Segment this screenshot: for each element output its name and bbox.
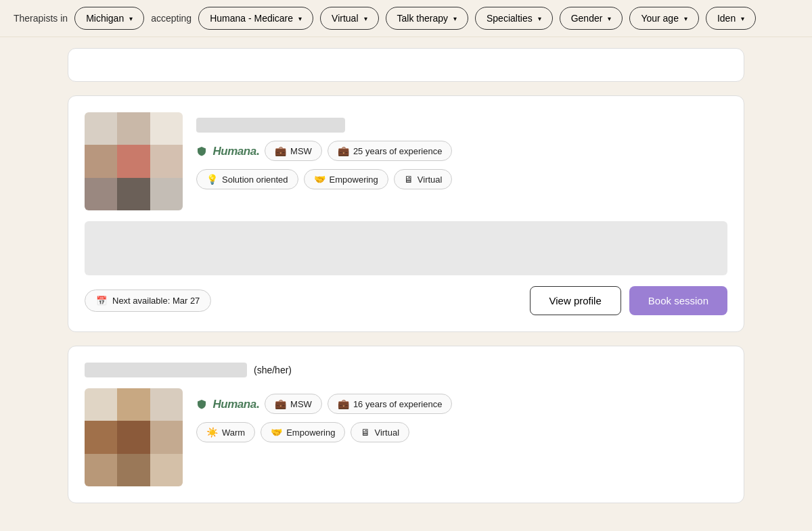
iden-label: Iden <box>717 13 736 24</box>
virtual-tag-1: 🖥 Virtual <box>394 169 453 189</box>
msw-label-2: MSW <box>290 399 312 409</box>
warm-label: Warm <box>222 428 245 438</box>
book-session-button-1[interactable]: Book session <box>629 286 727 315</box>
empowering-tag-1: 🤝 Empowering <box>304 169 388 189</box>
view-profile-button-1[interactable]: View profile <box>530 286 621 315</box>
gender-chevron-icon: ▾ <box>608 15 611 22</box>
experience-label-2: 16 years of experience <box>353 399 443 409</box>
avatar-cell <box>150 421 183 453</box>
talk-therapy-filter[interactable]: Talk therapy ▾ <box>386 7 468 30</box>
avatar-1 <box>85 112 183 210</box>
avatar-cell <box>85 421 117 453</box>
insurance-label: Humana - Medicare <box>210 13 293 24</box>
avatar-cell <box>117 178 150 210</box>
card-1-top: Humana. 💼 MSW 💼 25 years of experience 💡 <box>85 112 727 210</box>
gender-filter[interactable]: Gender ▾ <box>560 7 623 30</box>
gender-label: Gender <box>571 13 603 24</box>
handshake-icon: 🤝 <box>314 174 325 185</box>
avatar-cell <box>85 112 117 145</box>
card-1-info: Humana. 💼 MSW 💼 25 years of experience 💡 <box>196 112 727 189</box>
card-1-tags-row-1: Humana. 💼 MSW 💼 25 years of experience <box>196 141 727 161</box>
briefcase-icon-2: 💼 <box>338 145 349 156</box>
specialties-chevron-icon: ▾ <box>538 15 541 22</box>
virtual-label: Virtual <box>332 13 358 24</box>
insurance-chevron-icon: ▾ <box>298 15 302 22</box>
therapist-card-2: (she/her) <box>68 346 744 503</box>
msw-tag-1: 💼 MSW <box>265 141 322 161</box>
briefcase-icon-3: 💼 <box>275 398 286 409</box>
insurance-filter[interactable]: Humana - Medicare ▾ <box>198 7 313 30</box>
shield-icon-2 <box>196 399 207 410</box>
avatar-cell <box>150 178 183 210</box>
sun-icon: ☀️ <box>206 427 218 438</box>
accepting-label: accepting <box>151 13 191 24</box>
empowering-tag-2: 🤝 Empowering <box>261 422 345 442</box>
previous-card-stub <box>68 48 744 82</box>
avatar-cell <box>117 112 150 145</box>
lightbulb-icon: 💡 <box>206 174 218 185</box>
filter-bar: Therapists in Michigan ▾ accepting Human… <box>0 0 812 37</box>
specialties-label: Specialties <box>487 13 533 24</box>
next-available-1: 📅 Next available: Mar 27 <box>85 290 211 312</box>
michigan-chevron-icon: ▾ <box>129 15 133 22</box>
empowering-label-1: Empowering <box>330 175 378 185</box>
virtual-chevron-icon: ▾ <box>364 15 367 22</box>
experience-label-1: 25 years of experience <box>353 146 443 156</box>
avatar-2 <box>85 388 183 486</box>
pronoun-label: (she/her) <box>254 365 292 375</box>
card-2-top: Humana. 💼 MSW 💼 16 years of experience ☀… <box>85 388 727 486</box>
age-label: Your age <box>641 13 679 24</box>
warm-tag: ☀️ Warm <box>196 422 255 442</box>
specialties-filter[interactable]: Specialties ▾ <box>475 7 553 30</box>
next-available-label-1: Next available: Mar 27 <box>112 296 200 306</box>
briefcase-icon: 💼 <box>275 145 286 156</box>
iden-chevron-icon: ▾ <box>741 15 744 22</box>
card-2-tags-row-1: Humana. 💼 MSW 💼 16 years of experience <box>196 394 727 414</box>
card-2-info: Humana. 💼 MSW 💼 16 years of experience ☀… <box>196 388 727 442</box>
avatar-cell <box>85 178 117 210</box>
therapist-card-1: Humana. 💼 MSW 💼 25 years of experience 💡 <box>68 95 744 332</box>
avatar-cell <box>150 112 183 145</box>
card-1-tags-row-2: 💡 Solution oriented 🤝 Empowering 🖥 Virtu… <box>196 169 727 189</box>
card-2-name-row: (she/her) <box>85 363 727 377</box>
empowering-label-2: Empowering <box>286 428 335 438</box>
card-1-actions: View profile Book session <box>530 286 727 315</box>
calendar-icon-1: 📅 <box>96 296 107 306</box>
age-filter[interactable]: Your age ▾ <box>629 7 699 30</box>
avatar-cell <box>150 145 183 177</box>
iden-filter[interactable]: Iden ▾ <box>706 7 756 30</box>
briefcase-icon-4: 💼 <box>338 398 349 409</box>
experience-tag-2: 💼 16 years of experience <box>328 394 453 414</box>
avatar-cell <box>117 145 150 177</box>
avatar-cell <box>117 454 150 486</box>
avatar-cell <box>117 388 150 421</box>
solution-tag: 💡 Solution oriented <box>196 169 298 189</box>
talk-therapy-chevron-icon: ▾ <box>453 15 457 22</box>
avatar-cell <box>85 145 117 177</box>
avatar-cell <box>85 454 117 486</box>
virtual-label-1: Virtual <box>418 175 443 185</box>
monitor-icon-2: 🖥 <box>361 427 370 438</box>
virtual-tag-2: 🖥 Virtual <box>351 422 409 442</box>
avatar-cell <box>85 388 117 421</box>
experience-tag-1: 💼 25 years of experience <box>328 141 453 161</box>
age-chevron-icon: ▾ <box>684 15 687 22</box>
humana-logo-1: Humana. <box>196 144 259 158</box>
therapists-in-label: Therapists in <box>14 13 68 24</box>
therapist-2-name <box>85 363 247 377</box>
talk-therapy-label: Talk therapy <box>397 13 448 24</box>
humana-logo-2: Humana. <box>196 397 259 411</box>
msw-tag-2: 💼 MSW <box>265 394 322 414</box>
avatar-cell <box>150 388 183 421</box>
therapist-1-description <box>85 221 727 275</box>
michigan-label: Michigan <box>86 13 124 24</box>
monitor-icon: 🖥 <box>404 174 413 185</box>
michigan-filter[interactable]: Michigan ▾ <box>74 7 144 30</box>
card-2-tags-row-2: ☀️ Warm 🤝 Empowering 🖥 Virtual <box>196 422 727 442</box>
msw-label-1: MSW <box>290 146 312 156</box>
shield-icon <box>196 146 207 157</box>
avatar-cell <box>150 454 183 486</box>
virtual-filter[interactable]: Virtual ▾ <box>320 7 378 30</box>
main-content: Humana. 💼 MSW 💼 25 years of experience 💡 <box>0 37 812 514</box>
therapist-1-name <box>196 118 345 133</box>
